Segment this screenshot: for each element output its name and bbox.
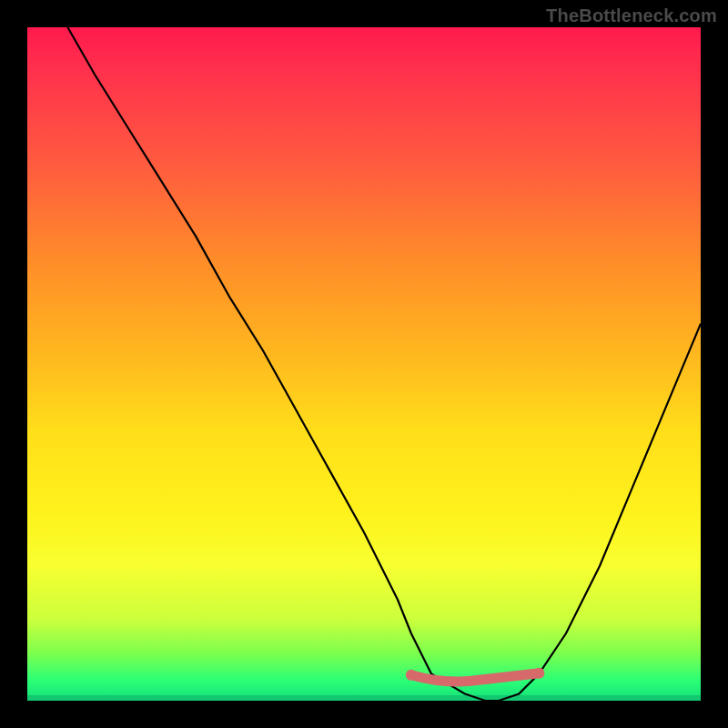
chart-canvas: TheBottleneck.com <box>0 0 728 728</box>
bottleneck-curve <box>67 27 701 701</box>
optimal-range-end-right <box>533 668 544 679</box>
curve-layer <box>27 27 701 701</box>
branding-watermark: TheBottleneck.com <box>546 5 717 26</box>
optimal-range-marker <box>411 673 540 682</box>
optimal-range-end-left <box>406 670 417 681</box>
plot-area <box>27 27 701 701</box>
